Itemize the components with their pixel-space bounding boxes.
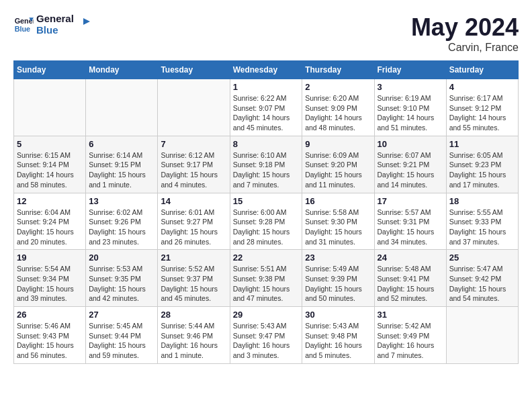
day-number: 17 bbox=[378, 196, 443, 206]
title-block: May 2024 Carvin, France bbox=[411, 13, 519, 54]
day-number: 4 bbox=[449, 82, 515, 92]
blue-flag-icon bbox=[77, 18, 90, 32]
calendar-cell: 14Sunrise: 6:01 AM Sunset: 9:27 PM Dayli… bbox=[158, 193, 230, 250]
week-row-3: 12Sunrise: 6:04 AM Sunset: 9:24 PM Dayli… bbox=[14, 193, 519, 250]
day-number: 12 bbox=[17, 196, 83, 206]
svg-marker-4 bbox=[83, 18, 90, 25]
logo: General Blue General Blue bbox=[13, 13, 90, 36]
day-info: Sunrise: 6:04 AM Sunset: 9:24 PM Dayligh… bbox=[17, 208, 83, 247]
day-info: Sunrise: 5:48 AM Sunset: 9:41 PM Dayligh… bbox=[378, 264, 443, 304]
calendar-cell: 13Sunrise: 6:02 AM Sunset: 9:26 PM Dayli… bbox=[86, 193, 158, 250]
header-tuesday: Tuesday bbox=[158, 61, 230, 79]
calendar-cell: 4Sunrise: 6:17 AM Sunset: 9:12 PM Daylig… bbox=[446, 79, 518, 136]
day-number: 29 bbox=[233, 310, 300, 320]
day-info: Sunrise: 6:12 AM Sunset: 9:17 PM Dayligh… bbox=[161, 150, 226, 190]
calendar-cell: 6Sunrise: 6:14 AM Sunset: 9:15 PM Daylig… bbox=[86, 136, 158, 193]
calendar-cell: 12Sunrise: 6:04 AM Sunset: 9:24 PM Dayli… bbox=[14, 193, 86, 250]
day-number: 14 bbox=[161, 196, 226, 206]
header-friday: Friday bbox=[374, 61, 446, 79]
calendar-cell: 23Sunrise: 5:49 AM Sunset: 9:39 PM Dayli… bbox=[302, 250, 374, 307]
day-number: 8 bbox=[233, 139, 300, 149]
day-info: Sunrise: 6:15 AM Sunset: 9:14 PM Dayligh… bbox=[17, 150, 83, 190]
week-row-1: 1Sunrise: 6:22 AM Sunset: 9:07 PM Daylig… bbox=[14, 79, 519, 136]
calendar-cell: 2Sunrise: 6:20 AM Sunset: 9:09 PM Daylig… bbox=[302, 79, 374, 136]
day-info: Sunrise: 6:02 AM Sunset: 9:26 PM Dayligh… bbox=[89, 208, 154, 247]
header-sunday: Sunday bbox=[14, 61, 86, 79]
day-number: 13 bbox=[89, 196, 154, 206]
day-number: 1 bbox=[233, 82, 300, 92]
calendar-cell: 21Sunrise: 5:52 AM Sunset: 9:37 PM Dayli… bbox=[158, 250, 230, 307]
calendar-cell: 19Sunrise: 5:54 AM Sunset: 9:34 PM Dayli… bbox=[14, 250, 86, 307]
logo-text-line2: Blue bbox=[36, 25, 74, 36]
day-number: 7 bbox=[161, 139, 226, 149]
day-info: Sunrise: 6:09 AM Sunset: 9:20 PM Dayligh… bbox=[305, 150, 371, 190]
day-info: Sunrise: 5:42 AM Sunset: 9:49 PM Dayligh… bbox=[378, 321, 443, 361]
calendar-cell: 29Sunrise: 5:43 AM Sunset: 9:47 PM Dayli… bbox=[230, 307, 302, 364]
calendar-cell: 16Sunrise: 5:58 AM Sunset: 9:30 PM Dayli… bbox=[302, 193, 374, 250]
calendar-cell: 24Sunrise: 5:48 AM Sunset: 9:41 PM Dayli… bbox=[374, 250, 446, 307]
day-number: 5 bbox=[17, 139, 83, 149]
logo-icon: General Blue bbox=[13, 15, 34, 35]
header-saturday: Saturday bbox=[446, 61, 518, 79]
day-number: 30 bbox=[305, 310, 371, 320]
page-header: General Blue General Blue May 2024 Carvi… bbox=[13, 13, 519, 54]
day-info: Sunrise: 5:53 AM Sunset: 9:35 PM Dayligh… bbox=[89, 264, 154, 304]
day-number: 3 bbox=[378, 82, 443, 92]
day-info: Sunrise: 5:55 AM Sunset: 9:33 PM Dayligh… bbox=[449, 208, 515, 247]
day-number: 6 bbox=[89, 139, 154, 149]
day-number: 26 bbox=[17, 310, 83, 320]
day-number: 23 bbox=[305, 253, 371, 263]
day-number: 25 bbox=[449, 253, 515, 263]
day-number: 16 bbox=[305, 196, 371, 206]
day-info: Sunrise: 5:49 AM Sunset: 9:39 PM Dayligh… bbox=[305, 264, 371, 304]
header-wednesday: Wednesday bbox=[230, 61, 302, 79]
day-info: Sunrise: 6:07 AM Sunset: 9:21 PM Dayligh… bbox=[378, 150, 443, 190]
calendar-cell: 7Sunrise: 6:12 AM Sunset: 9:17 PM Daylig… bbox=[158, 136, 230, 193]
day-info: Sunrise: 5:51 AM Sunset: 9:38 PM Dayligh… bbox=[233, 264, 300, 304]
day-info: Sunrise: 6:05 AM Sunset: 9:23 PM Dayligh… bbox=[449, 150, 515, 190]
day-number: 19 bbox=[17, 253, 83, 263]
day-number: 21 bbox=[161, 253, 226, 263]
location-subtitle: Carvin, France bbox=[411, 42, 519, 54]
day-number: 22 bbox=[233, 253, 300, 263]
calendar-cell: 8Sunrise: 6:10 AM Sunset: 9:18 PM Daylig… bbox=[230, 136, 302, 193]
day-number: 31 bbox=[378, 310, 443, 320]
day-info: Sunrise: 6:10 AM Sunset: 9:18 PM Dayligh… bbox=[233, 150, 300, 190]
day-info: Sunrise: 5:47 AM Sunset: 9:42 PM Dayligh… bbox=[449, 264, 515, 304]
day-info: Sunrise: 6:22 AM Sunset: 9:07 PM Dayligh… bbox=[233, 93, 300, 133]
calendar-cell bbox=[14, 79, 86, 136]
calendar-table: SundayMondayTuesdayWednesdayThursdayFrid… bbox=[13, 60, 519, 364]
day-info: Sunrise: 5:58 AM Sunset: 9:30 PM Dayligh… bbox=[305, 208, 371, 247]
calendar-cell: 1Sunrise: 6:22 AM Sunset: 9:07 PM Daylig… bbox=[230, 79, 302, 136]
day-number: 18 bbox=[449, 196, 515, 206]
calendar-cell bbox=[446, 307, 518, 364]
day-info: Sunrise: 5:45 AM Sunset: 9:44 PM Dayligh… bbox=[89, 321, 154, 361]
header-row: SundayMondayTuesdayWednesdayThursdayFrid… bbox=[14, 61, 519, 79]
day-number: 20 bbox=[89, 253, 154, 263]
calendar-cell: 26Sunrise: 5:46 AM Sunset: 9:43 PM Dayli… bbox=[14, 307, 86, 364]
calendar-cell bbox=[158, 79, 230, 136]
calendar-cell: 18Sunrise: 5:55 AM Sunset: 9:33 PM Dayli… bbox=[446, 193, 518, 250]
calendar-cell: 17Sunrise: 5:57 AM Sunset: 9:31 PM Dayli… bbox=[374, 193, 446, 250]
day-info: Sunrise: 5:52 AM Sunset: 9:37 PM Dayligh… bbox=[161, 264, 226, 304]
week-row-5: 26Sunrise: 5:46 AM Sunset: 9:43 PM Dayli… bbox=[14, 307, 519, 364]
calendar-cell: 22Sunrise: 5:51 AM Sunset: 9:38 PM Dayli… bbox=[230, 250, 302, 307]
day-info: Sunrise: 6:19 AM Sunset: 9:10 PM Dayligh… bbox=[378, 93, 443, 133]
header-monday: Monday bbox=[86, 61, 158, 79]
day-info: Sunrise: 6:00 AM Sunset: 9:28 PM Dayligh… bbox=[233, 208, 300, 247]
day-number: 10 bbox=[378, 139, 443, 149]
calendar-cell: 28Sunrise: 5:44 AM Sunset: 9:46 PM Dayli… bbox=[158, 307, 230, 364]
day-info: Sunrise: 5:44 AM Sunset: 9:46 PM Dayligh… bbox=[161, 321, 226, 361]
week-row-2: 5Sunrise: 6:15 AM Sunset: 9:14 PM Daylig… bbox=[14, 136, 519, 193]
day-number: 24 bbox=[378, 253, 443, 263]
day-number: 15 bbox=[233, 196, 300, 206]
day-number: 27 bbox=[89, 310, 154, 320]
week-row-4: 19Sunrise: 5:54 AM Sunset: 9:34 PM Dayli… bbox=[14, 250, 519, 307]
calendar-cell: 5Sunrise: 6:15 AM Sunset: 9:14 PM Daylig… bbox=[14, 136, 86, 193]
calendar-header: SundayMondayTuesdayWednesdayThursdayFrid… bbox=[14, 61, 519, 79]
day-info: Sunrise: 6:01 AM Sunset: 9:27 PM Dayligh… bbox=[161, 208, 226, 247]
calendar-cell: 30Sunrise: 5:43 AM Sunset: 9:48 PM Dayli… bbox=[302, 307, 374, 364]
day-info: Sunrise: 5:57 AM Sunset: 9:31 PM Dayligh… bbox=[378, 208, 443, 247]
calendar-cell: 3Sunrise: 6:19 AM Sunset: 9:10 PM Daylig… bbox=[374, 79, 446, 136]
calendar-cell: 9Sunrise: 6:09 AM Sunset: 9:20 PM Daylig… bbox=[302, 136, 374, 193]
